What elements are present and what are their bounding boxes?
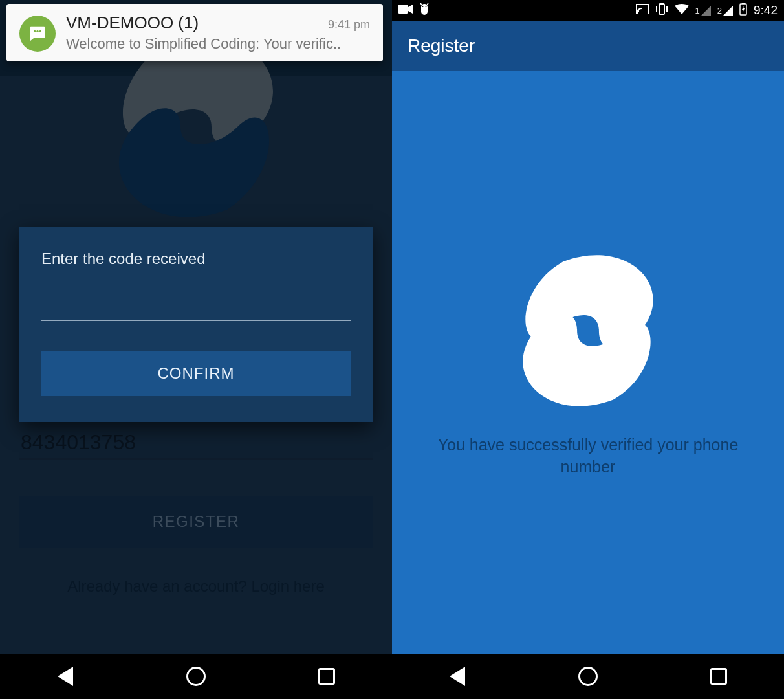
notification-text: VM-DEMOOO (1) 9:41 pm Welcome to Simplif… [66,13,370,52]
svg-point-1 [36,30,38,32]
toolbar-title: Register [408,36,475,56]
code-confirmation-dialog: Enter the code received CONFIRM [19,227,373,422]
vibrate-icon [655,3,668,17]
notification-title: VM-DEMOOO (1) [66,13,199,33]
register-screen: REGISTER Already have an account? Login … [0,0,392,654]
svg-point-0 [34,30,36,32]
phone-screen-left: REGISTER Already have an account? Login … [0,0,392,699]
video-recording-icon [398,5,413,16]
recents-button[interactable] [708,665,730,687]
system-nav-bar [0,654,392,699]
verification-code-input[interactable] [41,298,351,321]
success-screen: You have successfully verified your phon… [392,71,784,654]
home-icon [578,667,598,686]
cast-icon [636,4,649,17]
confirm-button[interactable]: CONFIRM [41,351,351,396]
verification-success-message: You have successfully verified your phon… [433,434,743,478]
app-toolbar: Register [392,21,784,71]
wifi-icon [675,4,689,17]
clock: 9:42 [754,3,778,17]
battery-charging-icon [739,3,747,18]
notification-time: 9:41 pm [328,18,370,32]
signal-full-icon [723,6,733,16]
svg-point-4 [422,6,424,7]
back-icon [450,667,465,686]
svg-rect-3 [398,5,408,14]
status-bar: 1 2 9:42 [392,0,784,21]
sim2-signal: 2 [717,6,733,16]
system-nav-bar [392,654,784,699]
svg-line-7 [427,3,429,5]
home-button[interactable] [577,665,599,687]
signal-empty-icon [701,6,711,16]
dialog-title: Enter the code received [41,250,351,268]
recents-button[interactable] [316,665,338,687]
svg-rect-10 [659,4,664,14]
svg-point-2 [39,30,41,32]
sim1-signal: 1 [695,6,711,16]
back-button[interactable] [446,665,468,687]
sim2-label: 2 [717,6,722,16]
notification-body: Welcome to Simplified Coding: Your verif… [66,36,370,52]
recents-icon [318,668,335,685]
back-button[interactable] [54,665,76,687]
home-icon [186,667,206,686]
svg-rect-14 [742,3,745,4]
sms-notification[interactable]: VM-DEMOOO (1) 9:41 pm Welcome to Simplif… [6,4,383,61]
svg-point-9 [636,12,638,14]
back-icon [58,667,73,686]
phone-screen-right: 1 2 9:42 Register You have successfully … [392,0,784,699]
sim1-label: 1 [695,6,700,16]
messaging-app-icon [19,16,56,52]
svg-point-5 [426,6,427,7]
android-debug-icon [419,3,430,17]
recents-icon [710,668,727,685]
svg-line-6 [420,3,422,5]
home-button[interactable] [185,665,207,687]
app-logo [497,247,679,415]
